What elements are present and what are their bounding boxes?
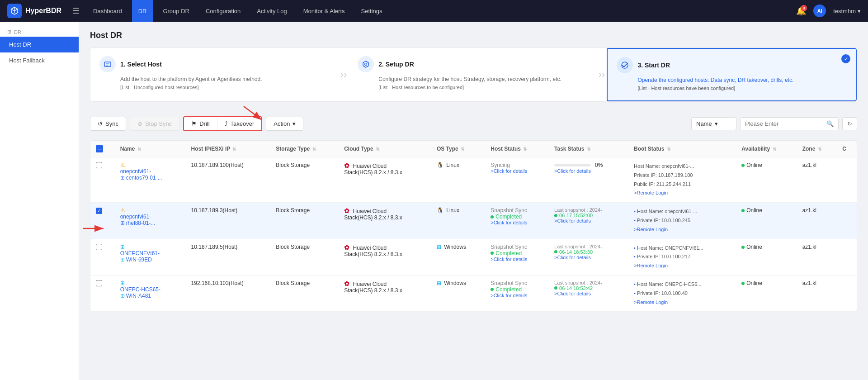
th-zone: Zone ⇅: [797, 141, 837, 157]
filter-select[interactable]: Name ▾: [691, 117, 736, 130]
search-icon[interactable]: 🔍: [822, 118, 838, 130]
huawei-icon: ✿: [344, 280, 349, 287]
takeover-icon: ⤴: [225, 120, 228, 127]
warning-icon: ⚠: [120, 207, 125, 214]
row-cloud-cell: ✿ Huawei CloudStack(HCS) 8.2.x / 8.3.x: [339, 157, 431, 203]
th-host-status: Host Status ⇅: [485, 141, 549, 157]
windows-os-icon: ⊞: [437, 280, 441, 286]
boot-info: Host Name: onepcnfvi61-... Private IP: 1…: [634, 162, 731, 198]
row-storage-cell: Block Storage: [270, 275, 339, 311]
nav-settings[interactable]: Settings: [355, 0, 389, 22]
sidebar-section-icon: ⊞: [7, 29, 11, 35]
online-dot: [741, 246, 745, 249]
host-status-details-link[interactable]: >Click for details: [491, 256, 543, 262]
remote-login-link[interactable]: >Remote Login: [634, 299, 668, 305]
sidebar-item-host-failback[interactable]: Host Failback: [0, 52, 79, 68]
host-status-details-link[interactable]: >Click for details: [491, 293, 543, 298]
host-name-link[interactable]: ONEPCNFVI61-: [120, 250, 180, 256]
refresh-button[interactable]: ↻: [842, 117, 857, 130]
row-4-checkbox[interactable]: [96, 280, 102, 286]
table-row: ⊞ ONEPCNFVI61- ⊞WIN-69ED 10.187.189.5(Ho…: [90, 239, 857, 275]
row-availability-cell: Online: [736, 239, 797, 275]
row-os-cell: ⊞ Windows: [431, 239, 485, 275]
notification-bell[interactable]: 🔔 9: [796, 6, 806, 16]
search-container: 🔍: [740, 117, 839, 130]
nav-dr[interactable]: DR: [132, 0, 153, 22]
grid-icon: ⊞: [120, 256, 125, 263]
host-name-link-2[interactable]: ⊞rhel88-01-...: [120, 220, 180, 226]
boot-info: • Host Name: onepcnfvi61-... • Private I…: [634, 207, 731, 234]
nav-activity-log[interactable]: Activity Log: [250, 0, 293, 22]
th-boot-status: Boot Status ⇅: [628, 141, 736, 157]
notification-count: 9: [801, 5, 807, 11]
remote-login-link[interactable]: >Remote Login: [634, 263, 668, 268]
task-progress-bar: [554, 164, 590, 166]
row-storage-cell: Block Storage: [270, 203, 339, 239]
row-host-status-cell: Snapshot Sync Completed >Click for detai…: [485, 203, 549, 239]
nav-monitor-alerts[interactable]: Monitor & Alerts: [297, 0, 351, 22]
host-status-details-link[interactable]: >Click for details: [491, 220, 543, 225]
svg-point-1: [365, 63, 367, 66]
user-menu[interactable]: testmhm ▾: [833, 8, 861, 14]
menu-toggle-button[interactable]: ☰: [72, 6, 80, 16]
row-os-cell: 🐧 Linux: [431, 203, 485, 239]
nav-dashboard[interactable]: Dashboard: [87, 0, 128, 22]
row-boot-status-cell: • Host Name: ONEPC-HCS6... • Private IP:…: [628, 275, 736, 311]
huawei-icon: ✿: [344, 244, 349, 251]
select-all-checkbox[interactable]: —: [96, 145, 103, 152]
row-name-cell: ⚠ onepcnfvi61- ⊞rhel88-01-...: [115, 203, 186, 239]
row-storage-cell: Block Storage: [270, 157, 339, 203]
row-checkbox-cell: [90, 239, 115, 275]
hosts-table: — Name ⇅ Host IP/ESXi IP ⇅ Storage Type …: [90, 141, 857, 312]
row-2-checkbox[interactable]: ✓: [96, 208, 102, 214]
sidebar-item-host-dr[interactable]: Host DR: [0, 37, 79, 52]
stop-sync-button[interactable]: ⊘ Stop Sync: [130, 117, 179, 131]
toolbar: ↺ Sync ⊘ Stop Sync ⚑ Drill: [90, 111, 857, 135]
windows-os-icon: ⊞: [437, 244, 441, 250]
row-ip-cell: 192.168.10.103(Host): [186, 275, 271, 311]
task-status-details-link[interactable]: >Click for details: [554, 255, 623, 260]
th-extra: C: [837, 141, 857, 157]
step-1-card: 1. Select Host Add the host to the platf…: [90, 48, 339, 101]
host-name-link[interactable]: onepcnfvi61-: [120, 168, 180, 175]
drill-icon: ⚑: [191, 120, 197, 127]
th-checkbox: —: [90, 141, 115, 157]
step-3-check: ✓: [841, 54, 850, 63]
search-input[interactable]: [741, 118, 822, 130]
main-content: Host DR 1. Select Host: [79, 22, 868, 380]
row-1-checkbox[interactable]: [96, 162, 102, 168]
row-3-checkbox[interactable]: [96, 244, 102, 250]
task-status-details-link[interactable]: >Click for details: [554, 291, 623, 296]
row-availability-cell: Online: [736, 203, 797, 239]
row-task-status-cell: Last snapshot : 2024- 06-14 18:53:42 >Cl…: [549, 275, 628, 311]
toolbar-right: Name ▾ 🔍 ↻: [691, 117, 857, 130]
th-availability: Availability ⇅: [736, 141, 797, 157]
row-task-status-cell: 0% >Click for details: [549, 157, 628, 203]
row-availability-cell: Online: [736, 275, 797, 311]
step-2-icon: [358, 56, 374, 72]
host-name-link-2[interactable]: ⊞WIN-69ED: [120, 256, 180, 263]
syncing-status: Syncing: [491, 162, 543, 168]
host-name-link-2[interactable]: ⊞WIN-A481: [120, 293, 180, 299]
nav-configuration[interactable]: Configuration: [199, 0, 247, 22]
th-cloud-type: Cloud Type ⇅: [339, 141, 431, 157]
logo-icon: [7, 4, 22, 18]
row-os-cell: 🐧 Linux: [431, 157, 485, 203]
remote-login-link[interactable]: >Remote Login: [634, 190, 668, 195]
row-boot-status-cell: • Host Name: onepcnfvi61-... • Private I…: [628, 203, 736, 239]
grid-icon: ⊞: [120, 293, 125, 299]
nav-group-dr[interactable]: Group DR: [156, 0, 196, 22]
remote-login-link[interactable]: >Remote Login: [634, 227, 668, 232]
th-name: Name ⇅: [115, 141, 186, 157]
host-name-link[interactable]: onepcnfvi61-: [120, 214, 180, 220]
row-os-cell: ⊞ Windows: [431, 275, 485, 311]
drill-button[interactable]: ⚑ Drill: [184, 117, 217, 130]
host-name-link-2[interactable]: ⊞centos79-01-...: [120, 175, 180, 181]
row-host-status-cell: Syncing >Click for details: [485, 157, 549, 203]
host-status-details-link[interactable]: >Click for details: [491, 168, 543, 174]
task-status-details-link[interactable]: >Click for details: [554, 218, 623, 223]
task-status-details-link[interactable]: >Click for details: [554, 168, 623, 174]
step-2-desc: Configure DR strategy for the host: Stra…: [358, 75, 588, 91]
host-name-link[interactable]: ONEPC-HCS65-: [120, 286, 180, 293]
sync-button[interactable]: ↺ Sync: [90, 117, 126, 131]
